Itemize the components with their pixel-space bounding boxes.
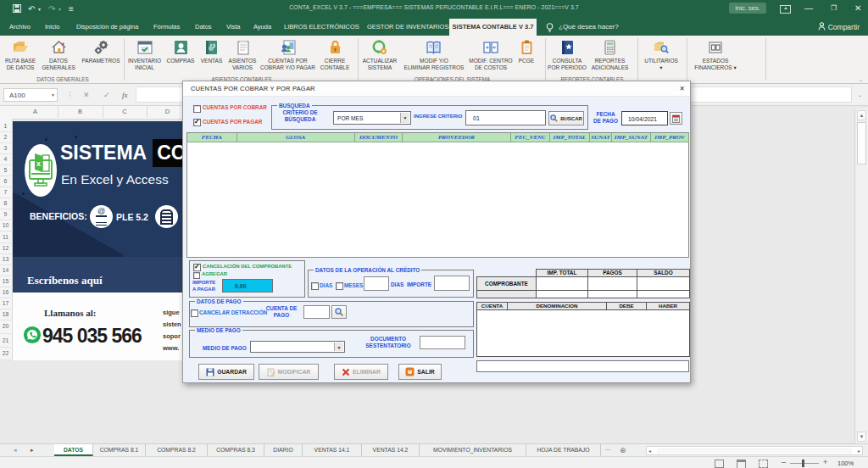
ribbon-tab-ayuda[interactable]: Ayuda (253, 19, 271, 36)
ribbon-display-options-icon[interactable] (780, 5, 791, 14)
ribbon-button-compras[interactable]: COMPRAS (164, 37, 198, 65)
detraccion-checkbox[interactable] (191, 309, 198, 317)
formula-bar-collapse-icon[interactable]: ⌄ (858, 88, 862, 102)
row-header-5[interactable]: 5 (0, 165, 11, 176)
zoom-out-icon[interactable]: – (782, 458, 786, 466)
modificar-button[interactable]: MODIFICAR (259, 364, 319, 380)
restore-button[interactable]: ❐ (831, 3, 837, 14)
dialog-close-icon[interactable]: ✕ (680, 85, 685, 93)
horizontal-scrollbar[interactable]: ◂ ▸ (646, 446, 863, 455)
cancel-entry-icon[interactable]: ✕ (83, 88, 90, 102)
horizontal-scroll-thumb[interactable] (657, 448, 852, 454)
row-header-10[interactable]: 10 (0, 220, 11, 231)
ribbon-button-utilitarios-[interactable]: UTILITARIOS ▾ (638, 37, 684, 72)
ribbon-tab-f-rmulas[interactable]: Fórmulas (153, 19, 180, 36)
criterio-input[interactable]: 01 (465, 110, 546, 125)
view-page-break-icon[interactable] (759, 460, 768, 468)
sheet-tab-overflow[interactable]: ... (605, 445, 610, 451)
share-button[interactable]: Compartir (818, 19, 860, 36)
column-header-c[interactable]: C (103, 106, 147, 118)
grid-header-imp_prov[interactable]: IMP_PROV (651, 133, 689, 142)
dialog-title-bar[interactable]: CUENTAS POR COBRAR Y POR PAGAR ✕ (183, 81, 690, 97)
ribbon-button-ruta-base-de-datos[interactable]: RUTA BASE DE DATOS (2, 37, 39, 72)
ribbon-button-cuentas-por-cobrar-y-o-pagar[interactable]: CUENTAS POR COBRAR Y/O PAGAR (259, 37, 316, 72)
ribbon-collapse-icon[interactable]: ⌃ (859, 79, 863, 85)
ribbon-tab-datos[interactable]: Datos (195, 19, 212, 36)
ribbon-tab-inicio[interactable]: Inicio (45, 19, 60, 36)
criterio-combo-dropdown-icon[interactable]: ▼ (400, 113, 409, 123)
column-header-b[interactable]: B (58, 106, 103, 118)
vertical-scroll-thumb[interactable] (857, 122, 866, 164)
sheet-tab-diario[interactable]: DIARIO (264, 444, 303, 456)
dias-input[interactable] (364, 276, 389, 291)
cancelacion-checkbox[interactable] (193, 264, 201, 271)
sheet-nav-left-icon[interactable]: ◂ (14, 447, 17, 454)
importe-credito-input[interactable] (434, 276, 470, 291)
guardar-button[interactable]: GUARDAR (198, 364, 254, 380)
sheet-tab-compras-8-2[interactable]: COMPRAS 8.2 (146, 444, 208, 456)
ribbon-button-inventario-inicial[interactable]: INVENTARIO INICIAL (125, 37, 164, 72)
scroll-up-icon[interactable]: ▲ (857, 110, 866, 120)
cuentas-por-pagar-checkbox[interactable] (193, 119, 201, 126)
ribbon-button-reportes-adicionales[interactable]: REPORTES ADICIONALES (587, 37, 632, 72)
sheet-tab-compras-8-3[interactable]: COMPRAS 8.3 (208, 444, 264, 456)
zoom-slider[interactable] (790, 463, 819, 464)
new-sheet-icon[interactable]: ⊕ (620, 446, 626, 454)
ribbon-button-actualizar-sistema[interactable]: ACTUALIZAR SISTEMA (359, 37, 400, 72)
ribbon-button-parametros[interactable]: PARAMETROS (78, 37, 124, 65)
row-header-12[interactable]: 12 (0, 243, 11, 254)
minimize-button[interactable]: — (804, 3, 813, 14)
grid-header-imp_sunat[interactable]: IMP_SUNAT (612, 133, 651, 142)
sign-in-button[interactable]: Inic. ses. (729, 3, 766, 14)
row-header-18[interactable]: 18 (0, 309, 11, 320)
view-normal-icon[interactable] (715, 460, 724, 468)
cuentas-por-cobrar-checkbox[interactable] (193, 105, 201, 113)
documento-input[interactable] (420, 336, 465, 349)
row-header-4[interactable]: 4 (0, 154, 11, 165)
sheet-nav-right-icon[interactable]: ▸ (31, 447, 34, 454)
fecha-pago-input[interactable]: 10/04/2021 (621, 111, 668, 125)
ribbon-tab-vista[interactable]: Vista (226, 19, 241, 36)
row-header-6[interactable]: 6 (0, 176, 11, 187)
name-box[interactable]: A100 (3, 88, 58, 102)
agregar-checkbox[interactable] (193, 272, 200, 279)
ribbon-tab-disposici-n-de-p-gina[interactable]: Disposición de página (76, 19, 138, 36)
enter-entry-icon[interactable]: ✓ (103, 88, 110, 102)
grid-header-fecha[interactable]: FECHA (187, 133, 237, 142)
sheet-tab-hoja-de-trabajo[interactable]: HOJA DE TRABAJO (526, 444, 601, 456)
row-header-17[interactable]: 17 (0, 298, 11, 309)
ribbon-button-cierre-contable[interactable]: CIERRE CONTABLE (316, 37, 353, 72)
row-header-13[interactable]: 13 (0, 254, 11, 265)
row-header-7[interactable]: 7 (0, 187, 11, 198)
importe-input[interactable]: 0.00 (222, 279, 273, 292)
tellme-label[interactable]: ¿Qué desea hacer? (559, 19, 619, 36)
ribbon-button-modif-centro-de-costos[interactable]: MODIF. CENTRO DE COSTOS (468, 37, 514, 72)
grid-header-documento[interactable]: DOCUMENTO (355, 133, 403, 142)
ribbon-button-datos-generales[interactable]: DATOS GENERALES (39, 37, 78, 72)
ribbon-tab-libros-electr-nicos[interactable]: LIBROS ELECTRÓNICOS (284, 19, 359, 36)
row-header-21[interactable]: 21 (0, 334, 11, 348)
close-button[interactable]: ✕ (854, 3, 861, 14)
ribbon-tab-gestor-de-inventarios[interactable]: GESTOR DE INVENTARIOS (367, 19, 448, 36)
glosa-output-field[interactable] (476, 360, 689, 372)
zoom-level[interactable]: 100% (837, 460, 854, 467)
ribbon-button-asientos-varios[interactable]: ASIENTOS VARIOS (225, 37, 259, 72)
row-header-3[interactable]: 3 (0, 143, 11, 154)
namebox-dropdown-icon[interactable]: ▼ (51, 88, 55, 102)
zoom-in-icon[interactable]: + (823, 458, 827, 466)
calendar-button[interactable] (670, 112, 682, 125)
row-header-1[interactable]: 1 (0, 121, 11, 132)
sheet-tab-compras-8-1[interactable]: COMPRAS 8.1 (93, 444, 146, 456)
dias-checkbox[interactable] (311, 282, 319, 290)
sheet-tab-movimiento-inventarios[interactable]: MOVIMIENTO_INVENTARIOS (420, 444, 526, 456)
sheet-tab-ventas-14-2[interactable]: VENTAS 14.2 (362, 444, 420, 456)
buscar-button[interactable]: BUSCAR (548, 111, 584, 125)
grid-header-proveedor[interactable]: PROVEEDOR (403, 133, 511, 142)
row-header-2[interactable]: 2 (0, 132, 11, 143)
scroll-left-icon[interactable]: ◂ (648, 448, 651, 454)
salir-button[interactable]: SALIR (398, 364, 442, 380)
view-page-layout-icon[interactable] (737, 460, 746, 468)
cuenta-table-body[interactable] (476, 309, 690, 357)
scroll-right-icon[interactable]: ▸ (858, 448, 860, 454)
zoom-slider-thumb[interactable] (802, 460, 804, 467)
